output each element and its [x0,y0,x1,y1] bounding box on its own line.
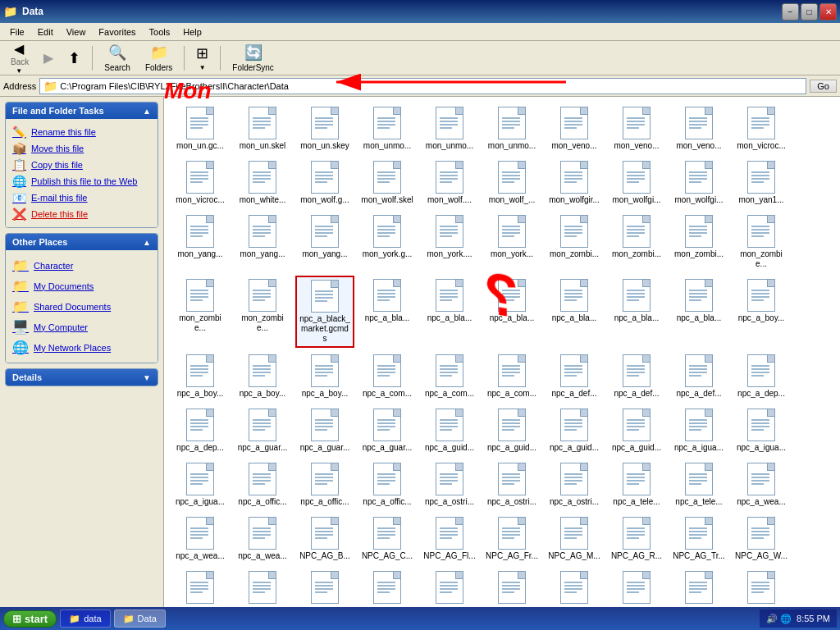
move-file-link[interactable]: 📦 Move this file [9,140,154,157]
file-item[interactable]: npc_a_... [545,568,604,607]
file-item[interactable]: npc_a_... [732,568,791,607]
file-item[interactable]: mon_wolfgi... [607,158,666,208]
menu-edit[interactable]: Edit [31,25,60,39]
file-item[interactable]: npc_a_tele... [669,459,728,510]
file-item[interactable]: NPC_AG_C... [358,514,417,564]
file-item[interactable]: NPC_AG_Fr... [482,514,541,564]
file-item[interactable]: npc_a_dep... [732,351,791,402]
email-file-link[interactable]: 📧 E-mail this file [9,189,154,206]
file-item[interactable]: npc_a_... [420,568,479,607]
file-item[interactable]: mon_zombi... [545,212,604,272]
file-item[interactable]: npc_a_offic... [233,459,292,510]
file-item[interactable]: npc_a_tele... [607,459,666,510]
file-item[interactable]: mon_wolfgi... [669,158,728,208]
file-item[interactable]: npc_a_... [669,568,728,607]
file-item[interactable]: npc_a_com... [358,351,417,402]
file-item[interactable]: mon_yang... [233,212,292,272]
file-item[interactable]: npc_a_black_market.gcmds [295,276,354,348]
file-item[interactable]: mon_white... [233,158,292,208]
file-item[interactable]: NPC_AG_B... [295,514,354,564]
file-item[interactable]: NPC_AG_M... [545,514,604,564]
file-item[interactable]: mon_unmo... [420,103,479,154]
file-item[interactable]: npc_a_... [233,568,292,607]
up-button[interactable]: ⬆ [62,47,86,70]
file-item[interactable]: NPC_AG_Fl... [420,514,479,564]
file-item[interactable]: npc_a_def... [545,351,604,402]
file-item[interactable]: npc_a_bla... [482,276,541,348]
taskbar-item-data-folder[interactable]: 📁 data [60,609,110,628]
file-item[interactable]: npc_a_bla... [545,276,604,348]
menu-view[interactable]: View [60,25,93,39]
file-item[interactable]: npc_a_boy... [732,276,791,348]
file-item[interactable]: mon_un.skey [295,103,354,154]
start-button[interactable]: ⊞ start [3,610,57,628]
file-item[interactable]: mon_york... [482,212,541,272]
my-documents-link[interactable]: 📁 My Documents [9,276,154,296]
other-places-header[interactable]: Other Places ▲ [6,234,158,250]
file-item[interactable]: npc_a_guid... [607,405,666,456]
file-item[interactable]: mon_veno... [607,103,666,154]
folders-button[interactable]: 📁 Folders [139,41,178,75]
file-item[interactable]: mon_zombi... [669,212,728,272]
file-item[interactable]: mon_unmo... [358,103,417,154]
file-item[interactable]: npc_a_bla... [607,276,666,348]
file-item[interactable]: npc_a_bla... [420,276,479,348]
file-item[interactable]: mon_wolfgir... [545,158,604,208]
file-folder-tasks-header[interactable]: File and Folder Tasks ▲ [6,103,158,119]
taskbar-item-data-active[interactable]: 📁 Data [114,609,166,628]
file-item[interactable]: npc_a_ostri... [482,459,541,510]
menu-help[interactable]: Help [176,25,208,39]
file-item[interactable]: npc_a_boy... [295,351,354,402]
file-item[interactable]: mon_un.gc... [171,103,230,154]
address-input[interactable]: 📁 C:\Program Files\CIB\RYL2FireBrothersI… [39,78,806,94]
file-item[interactable]: npc_a_ostri... [420,459,479,510]
go-button[interactable]: Go [810,80,837,93]
file-item[interactable]: npc_a_def... [669,351,728,402]
publish-file-link[interactable]: 🌐 Publish this file to the Web [9,173,154,189]
file-item[interactable]: npc_a_... [171,568,230,607]
forward-button[interactable]: ▶ [38,48,59,68]
file-item[interactable]: npc_a_ostri... [545,459,604,510]
file-item[interactable]: npc_a_boy... [171,351,230,402]
file-item[interactable]: NPC_AG_Tr... [669,514,728,564]
file-area[interactable]: mon_un.gc...mon_un.skelmon_un.skeymon_un… [164,97,840,607]
file-item[interactable]: mon_wolf_... [482,158,541,208]
file-item[interactable]: npc_a_... [358,568,417,607]
file-item[interactable]: npc_a_boy... [233,351,292,402]
file-item[interactable]: npc_a_com... [482,351,541,402]
file-item[interactable]: npc_a_guid... [420,405,479,456]
file-item[interactable]: mon_yang... [171,212,230,272]
file-item[interactable]: npc_a_... [607,568,666,607]
file-item[interactable]: npc_a_igua... [669,405,728,456]
file-item[interactable]: mon_veno... [669,103,728,154]
file-item[interactable]: npc_a_bla... [669,276,728,348]
file-item[interactable]: mon_zombie... [233,276,292,348]
file-item[interactable]: npc_a_wea... [171,514,230,564]
file-item[interactable]: mon_zombie... [732,212,791,272]
menu-favorites[interactable]: Favorites [92,25,142,39]
file-item[interactable]: mon_wolf.skel [358,158,417,208]
file-item[interactable]: NPC_AG_R... [607,514,666,564]
file-item[interactable]: npc_a_... [482,568,541,607]
file-item[interactable]: npc_a_... [295,568,354,607]
menu-tools[interactable]: Tools [143,25,177,39]
file-item[interactable]: mon_york.g... [358,212,417,272]
file-item[interactable]: npc_a_bla... [358,276,417,348]
views-button[interactable]: ⊞ ▼ [190,42,214,74]
minimize-button[interactable]: − [782,3,799,21]
file-item[interactable]: npc_a_wea... [233,514,292,564]
file-item[interactable]: npc_a_guid... [482,405,541,456]
file-item[interactable]: mon_yan1... [732,158,791,208]
delete-file-link[interactable]: ❌ Delete this file [9,206,154,222]
file-item[interactable]: mon_york.... [420,212,479,272]
details-header[interactable]: Details ▼ [6,369,158,386]
file-item[interactable]: npc_a_def... [607,351,666,402]
menu-file[interactable]: File [3,25,31,39]
file-item[interactable]: npc_a_guar... [233,405,292,456]
file-item[interactable]: mon_veno... [545,103,604,154]
copy-file-link[interactable]: 📋 Copy this file [9,157,154,173]
file-item[interactable]: mon_zombie... [171,276,230,348]
my-network-places-link[interactable]: 🌐 My Network Places [9,337,154,358]
foldersync-button[interactable]: 🔄 FolderSync [226,41,280,75]
file-item[interactable]: npc_a_igua... [171,459,230,510]
